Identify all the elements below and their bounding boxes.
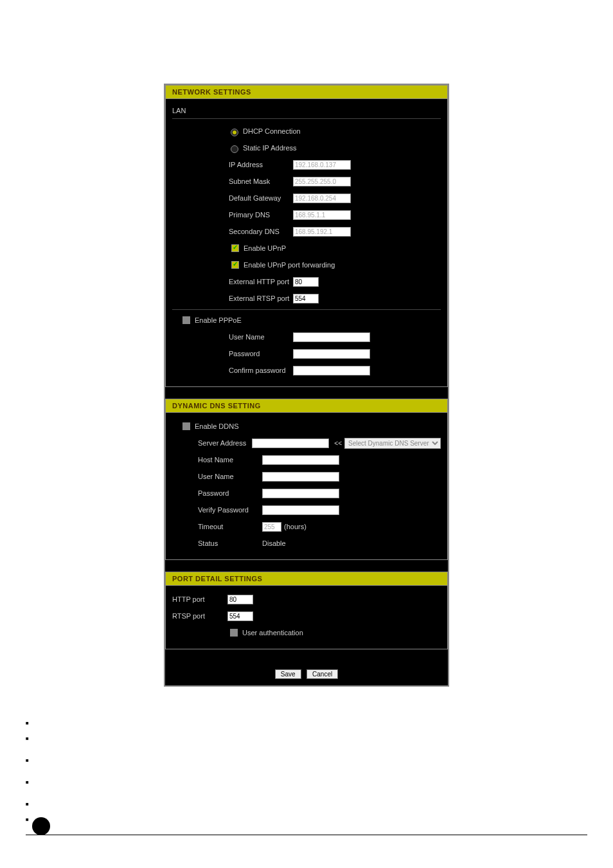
- default-gateway-input[interactable]: [293, 194, 351, 203]
- page-badge-icon: [32, 817, 50, 835]
- ddns-pass-label: Password: [172, 489, 262, 497]
- http-port-label: HTTP port: [172, 595, 227, 603]
- enable-upnp-fwd-checkbox[interactable]: [231, 261, 239, 269]
- ddns-panel: DYNAMIC DNS SETTING Enable DDNS Server A…: [165, 399, 448, 560]
- bullet-5: [26, 800, 587, 811]
- save-button[interactable]: Save: [275, 669, 301, 679]
- enable-ddns-checkbox[interactable]: [182, 422, 190, 430]
- user-auth-checkbox[interactable]: [230, 629, 238, 637]
- ddns-timeout-unit: (hours): [284, 523, 306, 530]
- ddns-verify-label: Verify Password: [172, 506, 262, 514]
- ddns-user-label: User Name: [172, 473, 262, 480]
- enable-pppoe-checkbox[interactable]: [182, 316, 190, 324]
- ddns-header: DYNAMIC DNS SETTING: [165, 399, 448, 413]
- ddns-host-input[interactable]: [262, 455, 339, 465]
- static-ip-radio[interactable]: [231, 145, 238, 153]
- server-address-input[interactable]: [252, 439, 329, 448]
- enable-upnp-checkbox[interactable]: [231, 244, 239, 252]
- enable-pppoe-label: Enable PPPoE: [195, 316, 242, 324]
- ddns-user-input[interactable]: [262, 472, 339, 482]
- ddns-host-label: Host Name: [172, 456, 262, 464]
- pppoe-user-input[interactable]: [293, 332, 370, 342]
- ddns-timeout-input[interactable]: [262, 522, 281, 532]
- subnet-mask-label: Subnet Mask: [229, 177, 293, 185]
- lan-section-title: LAN: [172, 104, 441, 119]
- http-port-input[interactable]: [227, 595, 253, 604]
- external-rtsp-input[interactable]: [293, 294, 319, 303]
- rtsp-port-input[interactable]: [227, 611, 253, 621]
- bullet-4: [26, 778, 587, 790]
- ddns-status-value: Disable: [262, 539, 286, 547]
- bullet-2: [26, 734, 587, 746]
- rtsp-port-label: RTSP port: [172, 612, 227, 620]
- primary-dns-input[interactable]: [293, 210, 351, 220]
- footnotes: [0, 719, 613, 827]
- external-http-label: External HTTP port: [229, 278, 293, 285]
- static-ip-label: Static IP Address: [243, 144, 297, 152]
- bullet-3: [26, 756, 587, 768]
- pppoe-confirm-input[interactable]: [293, 366, 370, 375]
- settings-panel-container: NETWORK SETTINGS LAN DHCP Connection Sta…: [164, 84, 449, 687]
- cancel-button[interactable]: Cancel: [306, 669, 338, 679]
- secondary-dns-input[interactable]: [293, 227, 351, 237]
- ddns-status-label: Status: [172, 539, 262, 547]
- external-http-input[interactable]: [293, 277, 319, 287]
- user-auth-label: User authentication: [242, 629, 303, 637]
- enable-upnp-label: Enable UPnP: [244, 244, 286, 252]
- pppoe-pass-input[interactable]: [293, 349, 370, 359]
- server-address-label: Server Address: [172, 439, 252, 447]
- subnet-mask-input[interactable]: [293, 177, 351, 186]
- button-row: Save Cancel: [165, 661, 448, 685]
- pppoe-user-label: User Name: [229, 333, 293, 341]
- network-settings-header: NETWORK SETTINGS: [165, 85, 448, 99]
- port-detail-header: PORT DETAIL SETTINGS: [165, 572, 448, 586]
- ddns-arrow-text: <<: [334, 440, 342, 447]
- bullet-6: [26, 815, 587, 827]
- dhcp-radio[interactable]: [231, 129, 238, 136]
- network-settings-panel: NETWORK SETTINGS LAN DHCP Connection Sta…: [165, 85, 448, 387]
- pppoe-confirm-label: Confirm password: [229, 366, 293, 374]
- port-detail-panel: PORT DETAIL SETTINGS HTTP port RTSP port…: [165, 572, 448, 649]
- ddns-server-select[interactable]: Select Dynamic DNS Server: [344, 438, 441, 449]
- ip-address-label: IP Address: [229, 161, 293, 168]
- ddns-verify-input[interactable]: [262, 505, 339, 515]
- enable-ddns-label: Enable DDNS: [195, 422, 238, 430]
- ddns-timeout-label: Timeout: [172, 523, 262, 530]
- primary-dns-label: Primary DNS: [229, 211, 293, 219]
- pppoe-pass-label: Password: [229, 350, 293, 357]
- secondary-dns-label: Secondary DNS: [229, 228, 293, 235]
- ddns-pass-input[interactable]: [262, 489, 339, 498]
- enable-upnp-fwd-label: Enable UPnP port forwarding: [244, 261, 335, 269]
- default-gateway-label: Default Gateway: [229, 194, 293, 202]
- external-rtsp-label: External RTSP port: [229, 294, 293, 302]
- bullet-1: [26, 719, 587, 730]
- dhcp-label: DHCP Connection: [243, 127, 301, 135]
- ip-address-input[interactable]: [293, 160, 351, 170]
